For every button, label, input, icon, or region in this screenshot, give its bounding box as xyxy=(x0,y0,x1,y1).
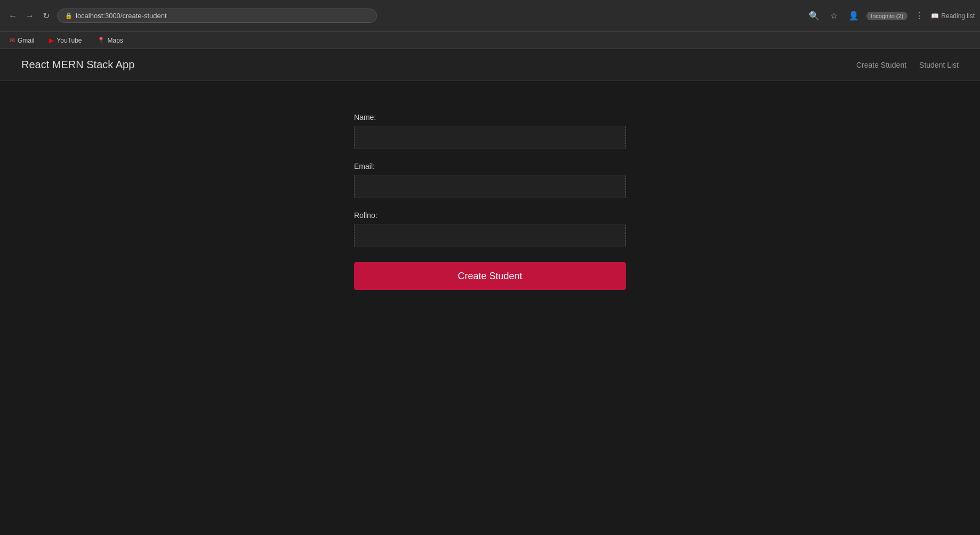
back-button[interactable]: ← xyxy=(5,9,20,23)
address-bar[interactable]: 🔒 localhost:3000/create-student xyxy=(57,9,377,23)
bookmark-gmail-label: Gmail xyxy=(18,37,34,44)
app-header: React MERN Stack App Create Student Stud… xyxy=(0,49,980,81)
email-field-group: Email: xyxy=(354,162,626,198)
maps-icon: 📍 xyxy=(97,37,105,44)
incognito-badge: Incognito (2) xyxy=(866,12,907,20)
lock-icon: 🔒 xyxy=(65,12,73,19)
browser-nav-buttons: ← → ↻ xyxy=(5,9,53,23)
profile-icon[interactable]: 👤 xyxy=(845,9,862,23)
nav-student-list[interactable]: Student List xyxy=(919,61,959,69)
reading-list-icon: 📖 xyxy=(931,12,939,20)
bookmark-maps[interactable]: 📍 Maps xyxy=(94,35,126,46)
app-nav: Create Student Student List xyxy=(856,61,959,69)
bookmarks-bar: ✉ Gmail ▶ YouTube 📍 Maps xyxy=(0,32,980,49)
reading-list-button[interactable]: 📖 Reading list xyxy=(931,12,975,20)
youtube-icon: ▶ xyxy=(49,37,54,44)
email-input[interactable] xyxy=(354,175,626,198)
url-text: localhost:3000/create-student xyxy=(76,12,167,20)
menu-icon[interactable]: ⋮ xyxy=(912,9,927,23)
rollno-label: Rollno: xyxy=(354,211,626,220)
main-content: Name: Email: Rollno: Create Student xyxy=(0,81,980,535)
create-student-button[interactable]: Create Student xyxy=(354,262,626,290)
nav-create-student[interactable]: Create Student xyxy=(856,61,906,69)
bookmark-star-icon[interactable]: ☆ xyxy=(827,9,841,23)
search-icon[interactable]: 🔍 xyxy=(806,9,823,23)
name-label: Name: xyxy=(354,113,626,121)
rollno-field-group: Rollno: xyxy=(354,211,626,247)
bookmark-gmail[interactable]: ✉ Gmail xyxy=(6,35,37,46)
reload-button[interactable]: ↻ xyxy=(39,9,53,23)
reading-list-label: Reading list xyxy=(941,12,975,20)
name-input[interactable] xyxy=(354,126,626,149)
rollno-input[interactable] xyxy=(354,224,626,247)
bookmark-youtube-label: YouTube xyxy=(57,37,82,44)
email-label: Email: xyxy=(354,162,626,171)
app-title: React MERN Stack App xyxy=(21,59,134,71)
forward-button[interactable]: → xyxy=(22,9,37,23)
gmail-icon: ✉ xyxy=(10,37,15,44)
bookmark-youtube[interactable]: ▶ YouTube xyxy=(46,35,85,46)
create-student-form: Name: Email: Rollno: Create Student xyxy=(354,113,626,535)
name-field-group: Name: xyxy=(354,113,626,149)
bookmark-maps-label: Maps xyxy=(108,37,123,44)
browser-chrome: ← → ↻ 🔒 localhost:3000/create-student 🔍 … xyxy=(0,0,980,32)
browser-actions: 🔍 ☆ 👤 Incognito (2) ⋮ 📖 Reading list xyxy=(806,9,975,23)
